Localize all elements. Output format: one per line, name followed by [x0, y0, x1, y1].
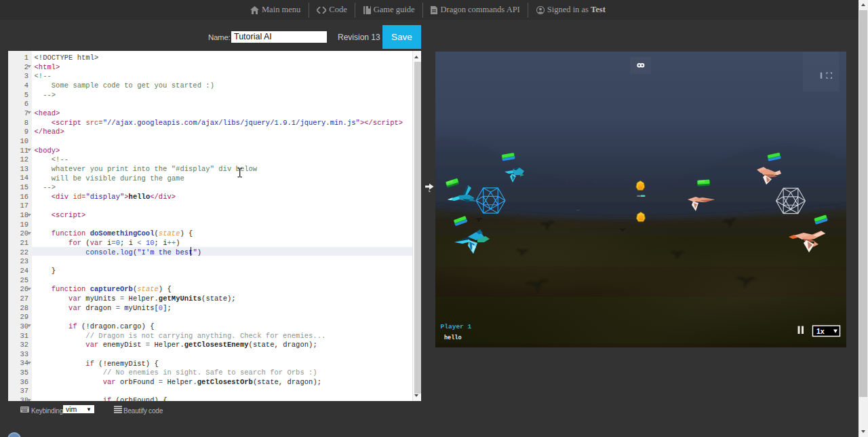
svg-text:hello: hello: [444, 335, 462, 341]
svg-text:Player 1: Player 1: [441, 323, 472, 330]
svg-text:1x: 1x: [816, 327, 825, 335]
